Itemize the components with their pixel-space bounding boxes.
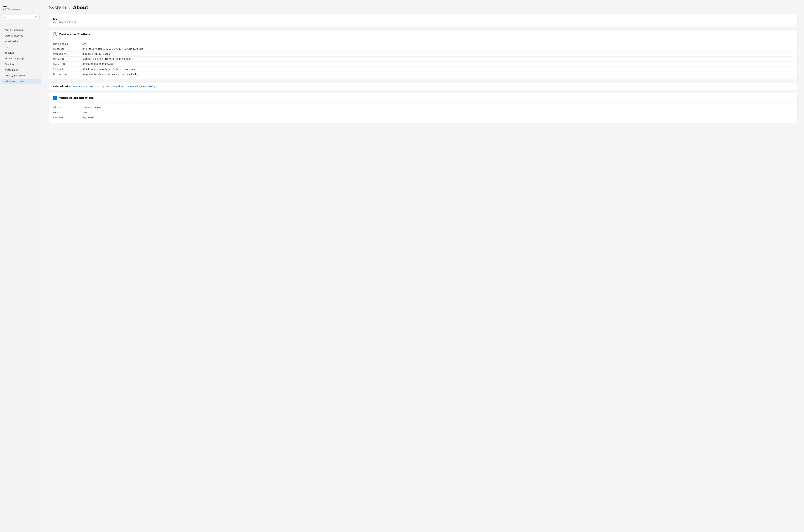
related-links-list: Domain or workgroupSystem protectionAdva… [73, 85, 161, 88]
win-specs-row: Edition Windows 11 Pro [53, 105, 793, 110]
sidebar-nav-item[interactable]: m [1, 21, 41, 27]
specs-row: System type 64-bit operating system, x64… [53, 66, 793, 72]
specs-row: Device ID 59B30543-C83B-441B-A5C6-C6442F… [53, 57, 793, 62]
win-specs-value: 22H2 [83, 111, 793, 114]
sidebar-user-info: um m27@yahoo.com [0, 3, 42, 13]
page-title: System › About [49, 5, 798, 10]
win-specs-value: 09/13/2022 [83, 116, 793, 119]
win-logo-q4 [55, 98, 57, 100]
specs-value: Liv [83, 42, 793, 45]
win-logo-q2 [55, 96, 57, 98]
related-links-section: Related links Domain or workgroupSystem … [49, 82, 798, 90]
win-specs-row: Version 22H2 [53, 110, 793, 115]
sidebar-nav-item[interactable]: Windows Update [1, 79, 41, 84]
specs-label: Processor [53, 48, 83, 50]
breadcrumb-about: About [73, 5, 88, 10]
sidebar-nav: mtooth & deviceswork & internetsonalisat… [0, 21, 42, 84]
sidebar-nav-item[interactable]: Accessibility [1, 67, 41, 73]
breadcrumb-system: System [49, 5, 66, 10]
device-model: Vivo AIO 27 V272UA [53, 21, 793, 24]
specs-value: No pen or touch input is available for t… [83, 73, 793, 75]
specs-value: 8.00 GB (7.89 GB usable) [83, 53, 793, 55]
win-logo-q3 [53, 98, 55, 100]
windows-logo-icon [53, 96, 57, 100]
specs-label: Pen and touch [53, 73, 83, 75]
specs-row: Processor Intel(R) Core(TM) i5-8250U CPU… [53, 46, 793, 52]
windows-specs-table: Edition Windows 11 Pro Version 22H2 Inst… [49, 103, 797, 123]
specs-row: Product ID 00330-80000-00000-AA300 [53, 62, 793, 66]
related-link[interactable]: Advanced system settings [127, 85, 157, 88]
specs-row: Device name Liv [53, 41, 793, 46]
device-specs-header: i Device specifications [49, 30, 797, 39]
specs-row: Pen and touch No pen or touch input is a… [53, 72, 793, 77]
specs-label: Device name [53, 42, 83, 45]
specs-value: 00330-80000-00000-AA300 [83, 63, 793, 65]
search-input[interactable] [4, 16, 35, 18]
device-name: Liv [53, 17, 793, 20]
sidebar-nav-item[interactable]: ccounts [1, 50, 41, 56]
related-links-label: Related links [53, 85, 70, 88]
windows-specs-header: Windows specifications [49, 93, 797, 103]
breadcrumb-arrow: › [69, 6, 70, 10]
device-specs-card: i Device specifications Device name Liv … [49, 29, 798, 80]
specs-value: 59B30543-C83B-441B-A5C6-C6442FE0B41C [83, 58, 793, 60]
win-specs-value: Windows 11 Pro [83, 106, 793, 109]
specs-label: Product ID [53, 63, 83, 65]
specs-row: Installed RAM 8.00 GB (7.89 GB usable) [53, 52, 793, 57]
search-icon: 🔍 [35, 16, 38, 18]
sidebar-nav-item[interactable]: Privacy & security [1, 73, 41, 78]
sidebar-search-box[interactable]: 🔍 [3, 15, 40, 19]
sidebar-email: m27@yahoo.com [3, 8, 39, 11]
device-specs-table: Device name Liv Processor Intel(R) Core(… [49, 39, 797, 79]
device-specs-title: Device specifications [59, 33, 90, 36]
specs-value: 64-bit operating system, x64-based proce… [83, 68, 793, 71]
related-link[interactable]: Domain or workgroup [73, 85, 98, 88]
sidebar-username: um [3, 5, 39, 8]
win-specs-label: Version [53, 111, 83, 114]
specs-value: Intel(R) Core(TM) i5-8250U CPU @ 1.60GHz… [83, 48, 793, 50]
sidebar-nav-item[interactable]: tooth & devices [1, 27, 41, 33]
windows-specs-title: Windows specifications [59, 96, 94, 99]
specs-label: System type [53, 68, 83, 71]
sidebar-nav-item[interactable]: sonalisation [1, 39, 41, 44]
sidebar-nav-item[interactable]: work & internet [1, 33, 41, 38]
win-specs-label: Installed [53, 116, 83, 119]
sidebar-nav-item[interactable]: Gaming [1, 61, 41, 67]
win-logo-q1 [53, 96, 55, 98]
related-link[interactable]: System protection [102, 85, 123, 88]
specs-label: Installed RAM [53, 53, 83, 55]
sidebar-nav-item[interactable]: Time & language [1, 56, 41, 61]
specs-label: Device ID [53, 58, 83, 60]
sidebar-nav-item[interactable]: ps [1, 44, 41, 50]
windows-specs-card: Windows specifications Edition Windows 1… [49, 93, 798, 123]
win-specs-label: Edition [53, 106, 83, 109]
main-content: System › About Liv Vivo AIO 27 V272UA i … [42, 0, 804, 532]
sidebar: um m27@yahoo.com 🔍 mtooth & deviceswork … [0, 0, 42, 532]
info-icon: i [53, 32, 57, 36]
win-specs-row: Installed 09/13/2022 [53, 115, 793, 120]
device-header-card: Liv Vivo AIO 27 V272UA [49, 14, 798, 27]
